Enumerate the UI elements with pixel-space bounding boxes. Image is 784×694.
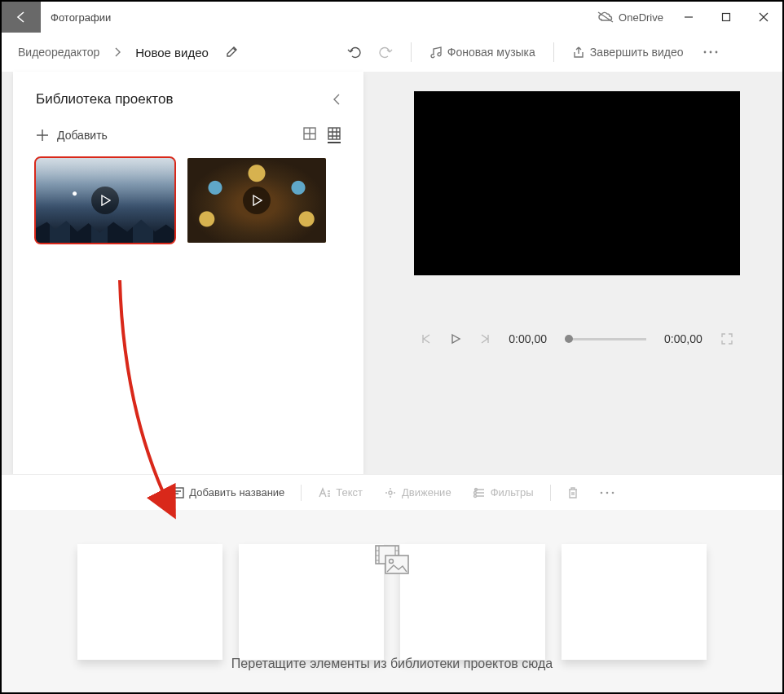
fullscreen-button[interactable] — [720, 332, 733, 345]
grid-small-icon — [328, 127, 341, 140]
onedrive-link[interactable]: OneDrive — [591, 11, 670, 24]
svg-rect-0 — [723, 14, 730, 21]
add-button[interactable]: Добавить — [36, 129, 108, 142]
drop-overlay: Перетащите элементы из библиотеки проект… — [2, 544, 782, 692]
window-controls — [670, 2, 782, 33]
svg-point-9 — [473, 491, 476, 494]
library-header: Библиотека проектов — [36, 91, 341, 108]
svg-point-12 — [606, 491, 608, 494]
close-icon — [759, 12, 769, 22]
svg-point-10 — [473, 494, 476, 497]
export-icon — [572, 46, 585, 59]
more-button[interactable] — [694, 46, 728, 59]
svg-point-7 — [389, 491, 392, 494]
finish-video-button[interactable]: Завершить видео — [566, 41, 690, 64]
view-large-button[interactable] — [303, 127, 316, 143]
redo-button[interactable] — [372, 41, 399, 64]
video-preview[interactable] — [414, 91, 740, 275]
toolbar: Видеоредактор Новое видео Фоновая музыка… — [2, 33, 782, 72]
time-total: 0:00,00 — [664, 332, 703, 345]
motion-button[interactable]: Движение — [376, 483, 460, 503]
maximize-button[interactable] — [707, 2, 745, 33]
time-current: 0:00,00 — [509, 332, 547, 345]
grid-large-icon — [303, 127, 316, 140]
music-icon — [429, 46, 443, 59]
add-label: Добавить — [57, 129, 108, 142]
view-toggle-group — [303, 127, 341, 143]
view-small-button[interactable] — [328, 127, 341, 143]
undo-icon — [347, 46, 362, 59]
undo-button[interactable] — [341, 41, 368, 64]
svg-point-3 — [715, 51, 717, 54]
player-controls: 0:00,00 0:00,00 — [398, 332, 756, 345]
prev-frame-button[interactable] — [421, 333, 432, 345]
bg-music-button[interactable]: Фоновая музыка — [423, 41, 542, 64]
seek-slider[interactable] — [565, 338, 646, 340]
filters-button[interactable]: Фильтры — [465, 483, 542, 502]
maximize-icon — [721, 12, 731, 22]
more-icon — [703, 51, 718, 54]
media-icon — [374, 544, 410, 575]
motion-label: Движение — [402, 486, 451, 499]
svg-rect-6 — [170, 488, 183, 498]
svg-point-13 — [611, 491, 614, 494]
play-badge — [243, 187, 271, 214]
separator — [411, 42, 412, 62]
preview-area: 0:00,00 0:00,00 — [363, 72, 782, 474]
library-title: Библиотека проектов — [36, 91, 173, 108]
filters-label: Фильтры — [491, 486, 534, 499]
dropzone-hint: Перетащите элементы из библиотеки проект… — [231, 657, 553, 671]
back-button[interactable] — [2, 2, 41, 33]
bg-music-label: Фоновая музыка — [447, 46, 535, 59]
library-panel: Библиотека проектов Добавить — [13, 72, 363, 474]
svg-point-11 — [600, 491, 602, 494]
app-title: Фотографии — [41, 11, 111, 24]
close-button[interactable] — [745, 2, 782, 33]
library-actions: Добавить — [36, 127, 341, 143]
trash-icon — [567, 486, 579, 499]
text-icon — [318, 487, 331, 499]
separator — [550, 485, 551, 501]
library-item-2[interactable] — [187, 158, 326, 243]
separator — [553, 42, 554, 62]
delete-button[interactable] — [559, 483, 587, 503]
play-button[interactable] — [450, 333, 461, 345]
library-items — [36, 158, 341, 243]
storyboard-toolbar: Добавить название Текст Движение Фильтры — [2, 474, 782, 510]
minimize-button[interactable] — [670, 2, 707, 33]
storyboard-more-button[interactable] — [592, 488, 623, 498]
minimize-icon — [684, 12, 694, 22]
play-icon — [253, 195, 262, 206]
collapse-button[interactable] — [333, 93, 341, 106]
filters-icon — [473, 487, 486, 499]
redo-icon — [378, 46, 393, 59]
separator — [301, 485, 302, 501]
play-icon — [101, 195, 111, 206]
title-card-icon — [170, 487, 184, 499]
svg-point-2 — [709, 51, 711, 54]
fullscreen-icon — [720, 332, 733, 345]
finish-label: Завершить видео — [590, 46, 684, 59]
breadcrumb-root[interactable]: Видеоредактор — [11, 41, 106, 64]
chevron-left-icon — [333, 93, 341, 106]
svg-point-1 — [703, 51, 706, 54]
add-title-button[interactable]: Добавить название — [161, 483, 293, 502]
rename-button[interactable] — [218, 41, 244, 64]
text-label: Текст — [336, 486, 363, 499]
project-title[interactable]: Новое видео — [129, 41, 215, 64]
prev-frame-icon — [421, 333, 432, 345]
motion-icon — [384, 486, 397, 499]
next-frame-button[interactable] — [479, 333, 491, 345]
chevron-right-icon — [109, 47, 126, 57]
titlebar: Фотографии OneDrive — [2, 2, 782, 33]
app-window: Фотографии OneDrive Видеоредактор Новое … — [0, 0, 784, 694]
cloud-icon — [597, 11, 614, 23]
next-frame-icon — [479, 333, 491, 345]
library-item-1[interactable] — [36, 158, 174, 243]
onedrive-label: OneDrive — [619, 11, 663, 24]
storyboard-dropzone[interactable]: Перетащите элементы из библиотеки проект… — [2, 510, 782, 692]
more-icon — [600, 491, 614, 494]
play-badge — [91, 187, 119, 214]
text-button[interactable]: Текст — [310, 483, 371, 502]
add-title-label: Добавить название — [189, 486, 284, 499]
